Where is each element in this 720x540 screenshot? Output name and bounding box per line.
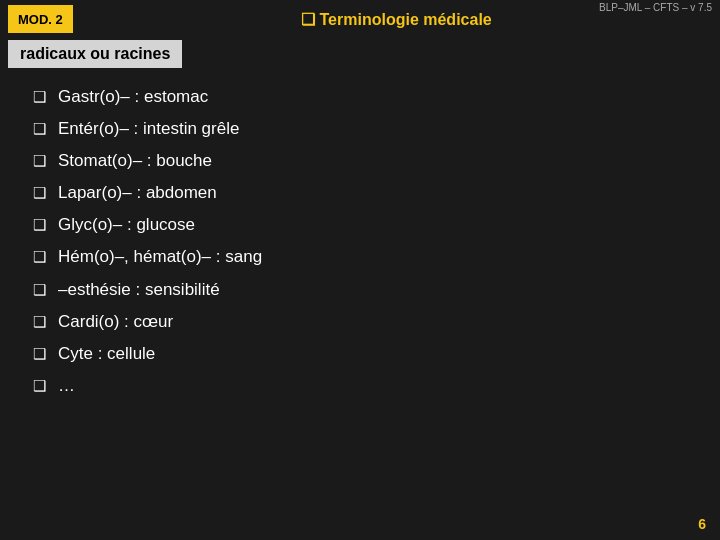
bullet-icon: ❑ [30, 281, 48, 299]
item-text: Cardi(o) : cœur [58, 311, 173, 333]
list-item: ❑Lapar(o)– : abdomen [30, 182, 690, 204]
bullet-icon: ❑ [30, 152, 48, 170]
page-number: 6 [698, 516, 706, 532]
list-item: ❑Glyc(o)– : glucose [30, 214, 690, 236]
section-row: radicaux ou racines [0, 40, 720, 68]
version-label: BLP–JML – CFTS – v 7.5 [599, 2, 712, 13]
list-item: ❑Cardi(o) : cœur [30, 311, 690, 333]
item-text: Stomat(o)– : bouche [58, 150, 212, 172]
bullet-icon: ❑ [30, 345, 48, 363]
mod-badge: MOD. 2 [8, 5, 73, 33]
bullet-icon: ❑ [30, 216, 48, 234]
item-text: Glyc(o)– : glucose [58, 214, 195, 236]
section-header: radicaux ou racines [8, 40, 182, 68]
item-text: … [58, 375, 75, 397]
list-item: ❑Entér(o)– : intestin grêle [30, 118, 690, 140]
item-text: Cyte : cellule [58, 343, 155, 365]
bullet-icon: ❑ [30, 184, 48, 202]
item-text: Entér(o)– : intestin grêle [58, 118, 239, 140]
list-item: ❑… [30, 375, 690, 397]
list-item: ❑Hém(o)–, hémat(o)– : sang [30, 246, 690, 268]
content-area: ❑Gastr(o)– : estomac❑Entér(o)– : intesti… [0, 68, 720, 417]
bullet-icon: ❑ [30, 248, 48, 266]
list-item: ❑Stomat(o)– : bouche [30, 150, 690, 172]
bullet-icon: ❑ [30, 88, 48, 106]
item-text: Hém(o)–, hémat(o)– : sang [58, 246, 262, 268]
bullet-icon: ❑ [30, 313, 48, 331]
item-text: Lapar(o)– : abdomen [58, 182, 217, 204]
item-text: –esthésie : sensibilité [58, 279, 220, 301]
item-text: Gastr(o)– : estomac [58, 86, 208, 108]
list-item: ❑Gastr(o)– : estomac [30, 86, 690, 108]
bullet-icon: ❑ [30, 377, 48, 395]
list-item: ❑Cyte : cellule [30, 343, 690, 365]
bullet-icon: ❑ [30, 120, 48, 138]
top-bar: MOD. 2 ❑ Terminologie médicale BLP–JML –… [0, 0, 720, 38]
list-item: ❑–esthésie : sensibilité [30, 279, 690, 301]
